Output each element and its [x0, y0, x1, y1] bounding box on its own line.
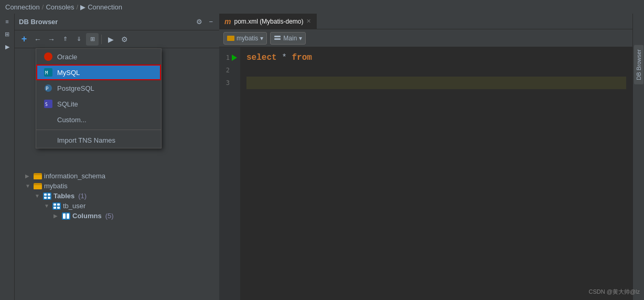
line-2-gutter: 2: [219, 64, 240, 77]
left-sidebar-icon-2[interactable]: ⊞: [2, 28, 13, 40]
svg-rect-22: [67, 213, 69, 219]
tree-item-information-schema[interactable]: ▶ information_schema: [15, 171, 219, 181]
db-browser-panel: DB Browser ⚙ − + ← → ⇑ ⇓ ⊞ ▶ ⚙ Oracle: [15, 14, 219, 300]
postgresql-icon: P: [44, 83, 53, 93]
editor-tabs: m pom.xml (Mybatis-demo) ✕: [219, 14, 632, 29]
svg-rect-17: [57, 203, 60, 206]
tree-arrow-tables: ▼: [35, 193, 41, 199]
expand-all-button[interactable]: ⇓: [72, 33, 85, 46]
table-icon-tb-user: [52, 202, 61, 210]
tree-arrow-tb-user: ▼: [44, 203, 50, 209]
sqlite-icon: S: [44, 99, 53, 109]
svg-text:M: M: [45, 70, 48, 76]
postgresql-option[interactable]: P PostgreSQL: [36, 80, 161, 96]
collapse-all-button[interactable]: ⇑: [59, 33, 71, 46]
run-button-line1[interactable]: [232, 55, 237, 61]
tables-label: Tables: [53, 192, 74, 200]
code-line-2: [246, 64, 626, 77]
db-folder-icon-info: [34, 173, 42, 179]
columns-count: (5): [105, 212, 114, 220]
import-tns-option[interactable]: Import TNS Names: [36, 132, 161, 148]
svg-rect-10: [43, 192, 51, 200]
line-num-3: 3: [222, 79, 230, 87]
code-line-3: [246, 77, 626, 89]
svg-rect-19: [57, 207, 60, 209]
svg-rect-12: [48, 194, 50, 196]
add-button[interactable]: +: [18, 33, 30, 46]
tree-item-tb-user[interactable]: ▼ tb_user: [15, 201, 219, 211]
import-tns-label: Import TNS Names: [57, 136, 115, 144]
db-selector-label: mybatis: [237, 35, 258, 42]
right-sidebar: DB Browser: [632, 14, 644, 300]
connection-dropdown-menu: Oracle M MySQL P PostgreSQ: [36, 48, 162, 148]
run-button[interactable]: ▶: [104, 33, 117, 46]
schema-selector-label: Main: [283, 35, 297, 42]
columns-label: Columns: [72, 212, 102, 220]
postgresql-label: PostgreSQL: [57, 84, 94, 92]
sqlite-option[interactable]: S SQLite: [36, 96, 161, 112]
keyword-select: select: [246, 53, 277, 62]
line-numbers: 1 2 3: [219, 47, 240, 300]
svg-rect-23: [274, 36, 281, 37]
tb-user-label: tb_user: [63, 202, 85, 210]
code-content[interactable]: select * from: [240, 47, 632, 300]
breadcrumb-item-connection[interactable]: Connection: [5, 3, 40, 11]
svg-rect-14: [48, 197, 50, 199]
svg-rect-21: [63, 213, 66, 219]
import-tns-icon: [44, 135, 53, 145]
svg-rect-16: [53, 203, 56, 206]
tab-title: pom.xml (Mybatis-demo): [234, 18, 303, 25]
svg-rect-15: [52, 202, 61, 210]
tree-item-columns[interactable]: ▶ Columns (5): [15, 211, 219, 221]
breadcrumb-sep-2: /: [77, 3, 79, 11]
db-folder-icon-mybatis: [34, 183, 42, 189]
tree-arrow-columns: ▶: [53, 213, 60, 219]
tree-arrow-info: ▶: [25, 173, 31, 179]
db-selector-chevron: ▾: [260, 35, 263, 42]
editor-panel: m pom.xml (Mybatis-demo) ✕ mybatis ▾ Mai…: [219, 14, 632, 300]
db-icon: [227, 36, 234, 41]
tab-close-button[interactable]: ✕: [306, 18, 311, 25]
line-num-1: 1: [222, 54, 230, 61]
view-button[interactable]: ⊞: [86, 33, 99, 46]
line-num-2: 2: [222, 67, 230, 74]
left-sidebar-icon-3[interactable]: ▶: [2, 41, 13, 52]
breadcrumb-item-active[interactable]: Connection: [88, 3, 122, 11]
watermark: CSDN @黄大帅@lz: [588, 288, 640, 296]
svg-text:S: S: [45, 102, 48, 107]
breadcrumb: Connection / Consoles / ▶ Connection: [0, 0, 644, 14]
tree-item-tables[interactable]: ▼ Tables (1): [15, 191, 219, 201]
oracle-option[interactable]: Oracle: [36, 49, 161, 65]
settings-icon[interactable]: ⚙: [194, 17, 205, 27]
svg-rect-9: [34, 185, 42, 189]
editor-toolbar: mybatis ▾ Main ▾: [219, 29, 632, 47]
right-sidebar-db-browser-tab[interactable]: DB Browser: [634, 45, 643, 84]
mysql-option[interactable]: M MySQL: [36, 65, 161, 80]
header-icons: ⚙ −: [194, 17, 215, 27]
left-sidebar-icon-1[interactable]: ≡: [2, 16, 13, 27]
back-button[interactable]: ←: [31, 33, 44, 46]
code-editor[interactable]: 1 2 3 select * from: [219, 47, 632, 300]
db-browser-title: DB Browser: [19, 18, 58, 26]
dropdown-separator: [36, 130, 161, 130]
custom-option[interactable]: Custom...: [36, 112, 161, 127]
editor-tab-pom[interactable]: m pom.xml (Mybatis-demo) ✕: [219, 14, 317, 29]
tree-arrow-mybatis: ▼: [25, 183, 31, 189]
oracle-icon: [44, 52, 53, 61]
schema-icon: [274, 35, 281, 42]
forward-button[interactable]: →: [45, 33, 58, 46]
svg-rect-18: [53, 207, 56, 209]
db-selector[interactable]: mybatis ▾: [223, 32, 267, 45]
svg-text:P: P: [46, 86, 49, 91]
schema-button[interactable]: ⚙: [118, 33, 131, 46]
tree-item-mybatis[interactable]: ▼ mybatis: [15, 181, 219, 191]
breadcrumb-item-consoles[interactable]: Consoles: [46, 3, 74, 11]
schema-selector-chevron: ▾: [299, 35, 302, 42]
schema-selector[interactable]: Main ▾: [270, 32, 306, 45]
svg-rect-13: [44, 197, 47, 199]
mybatis-label: mybatis: [44, 182, 68, 190]
minimize-icon[interactable]: −: [207, 17, 215, 27]
db-browser-toolbar: + ← → ⇑ ⇓ ⊞ ▶ ⚙: [15, 30, 219, 48]
tab-m-icon: m: [224, 17, 231, 26]
breadcrumb-icon: ▶: [80, 3, 85, 11]
